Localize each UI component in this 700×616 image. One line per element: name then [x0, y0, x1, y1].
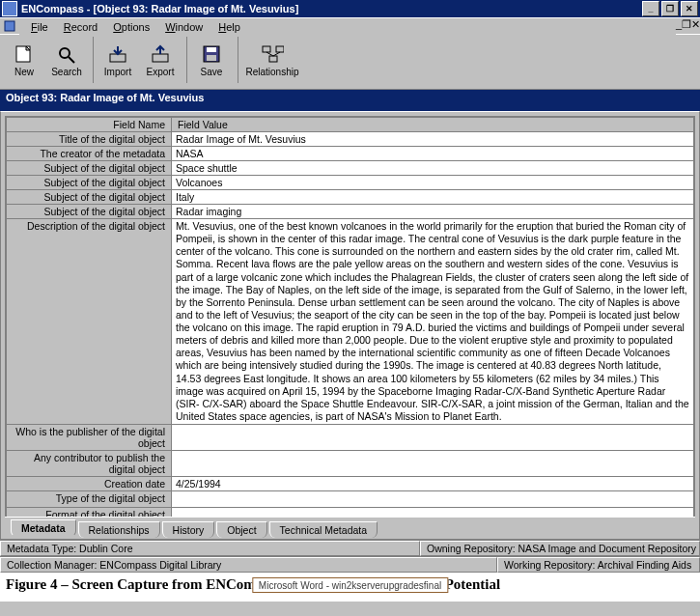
table-row[interactable]: Any contributor to publish the digital o… — [7, 451, 694, 477]
table-row[interactable]: Title of the digital objectRadar Image o… — [7, 132, 694, 147]
object-header-text: Object 93: Radar Image of Mt. Vesuvius — [6, 92, 204, 103]
svg-rect-0 — [5, 21, 14, 31]
app-icon — [2, 1, 17, 16]
status-collection-manager: Collection Manager: ENCompass Digital Li… — [0, 557, 497, 573]
content-area: Field Name Field Value Title of the digi… — [0, 111, 700, 540]
field-value[interactable]: Space shuttle — [172, 161, 694, 176]
window-title-bar: ENCompass - [Object 93: Radar Image of M… — [0, 0, 700, 17]
search-button[interactable]: Search — [46, 37, 87, 83]
svg-rect-8 — [207, 55, 216, 61]
field-label: Subject of the digital object — [7, 205, 172, 219]
field-label: Creation date — [7, 477, 172, 491]
tabs-row: Metadata Relationships History Object Te… — [5, 517, 695, 537]
field-value[interactable]: Volcanoes — [172, 176, 694, 190]
field-table-scroll[interactable]: Field Name Field Value Title of the digi… — [5, 116, 695, 519]
svg-rect-7 — [207, 47, 216, 52]
import-label: Import — [104, 67, 131, 77]
maximize-button[interactable]: ❐ — [661, 1, 679, 16]
menu-help[interactable]: Help — [210, 20, 248, 34]
menu-options[interactable]: Options — [105, 20, 157, 34]
search-icon — [55, 43, 78, 65]
field-value[interactable] — [172, 491, 694, 508]
table-row[interactable]: Creation date4/25/1994 — [7, 477, 694, 491]
tab-metadata[interactable]: Metadata — [11, 519, 76, 537]
status-owning-repo: Owning Repository: NASA Image and Docume… — [420, 541, 700, 556]
menu-window[interactable]: Window — [157, 20, 210, 34]
tab-object[interactable]: Object — [216, 521, 266, 538]
svg-rect-10 — [276, 46, 284, 52]
field-value[interactable]: 4/25/1994 — [172, 477, 694, 491]
field-label: Title of the digital object — [7, 132, 172, 147]
relationship-button[interactable]: Relationship — [242, 37, 302, 83]
menu-bar: File Record Options Window Help — [19, 18, 676, 36]
table-row[interactable]: Subject of the digital objectRadar imagi… — [7, 205, 694, 219]
field-label: Who is the publisher of the digital obje… — [7, 425, 172, 451]
menu-file[interactable]: File — [23, 20, 56, 34]
table-row[interactable]: The creator of the metadataNASA — [7, 147, 694, 161]
import-icon — [106, 43, 129, 65]
field-value[interactable]: Mt. Vesuvius, one of the best known volc… — [172, 219, 694, 425]
mdi-close-button[interactable]: ✕ — [691, 18, 700, 34]
export-button[interactable]: Export — [140, 37, 181, 83]
field-value[interactable] — [172, 451, 694, 477]
save-button[interactable]: Save — [191, 37, 232, 83]
minimize-button[interactable]: _ — [642, 1, 659, 16]
relationship-label: Relationship — [245, 67, 298, 77]
field-label: Subject of the digital object — [7, 190, 172, 205]
window-title: ENCompass - [Object 93: Radar Image of M… — [21, 3, 298, 14]
object-header: Object 93: Radar Image of Mt. Vesuvius — [0, 90, 700, 111]
table-row[interactable]: Who is the publisher of the digital obje… — [7, 425, 694, 451]
header-field-name: Field Name — [7, 118, 172, 132]
field-label: Subject of the digital object — [7, 176, 172, 190]
svg-rect-11 — [269, 56, 277, 62]
table-header-row: Field Name Field Value — [7, 118, 694, 132]
menu-row: File Record Options Window Help _ ❐ ✕ — [0, 17, 700, 34]
new-icon — [13, 43, 36, 65]
table-row[interactable]: Subject of the digital objectSpace shutt… — [7, 161, 694, 176]
tab-relationships[interactable]: Relationships — [78, 521, 160, 538]
status-working-repo: Working Repository: Archival Finding Aid… — [497, 557, 700, 573]
field-value[interactable]: Italy — [172, 190, 694, 205]
svg-line-12 — [266, 52, 273, 56]
svg-line-3 — [69, 57, 74, 63]
svg-line-13 — [273, 52, 280, 56]
field-label: The creator of the metadata — [7, 147, 172, 161]
field-table: Field Name Field Value Title of the digi… — [6, 117, 694, 519]
export-icon — [149, 43, 172, 65]
close-button[interactable]: ✕ — [681, 1, 698, 16]
status-metadata-type: Metadata Type: Dublin Core — [0, 541, 420, 556]
field-label: Description of the digital object — [7, 219, 172, 425]
table-row[interactable]: Subject of the digital objectItaly — [7, 190, 694, 205]
field-label: Type of the digital object — [7, 491, 172, 508]
status-row-1: Metadata Type: Dublin Core Owning Reposi… — [0, 540, 700, 556]
save-icon — [200, 43, 223, 65]
svg-point-2 — [60, 48, 70, 58]
toolbar: New Search Import Export Save — [0, 34, 700, 90]
table-row[interactable]: Type of the digital object — [7, 491, 694, 508]
save-label: Save — [201, 67, 223, 77]
export-label: Export — [147, 67, 175, 77]
field-label: Any contributor to publish the digital o… — [7, 451, 172, 477]
relationship-icon — [261, 43, 284, 65]
mdi-restore-button[interactable]: ❐ — [682, 18, 691, 34]
tab-history[interactable]: History — [162, 521, 215, 538]
status-row-2: Collection Manager: ENCompass Digital Li… — [0, 556, 700, 573]
search-label: Search — [51, 67, 82, 77]
new-label: New — [14, 67, 34, 77]
taskbar-hint: Microsoft Word - win2kserverupgradesfina… — [252, 577, 448, 593]
header-field-value: Field Value — [172, 118, 694, 132]
field-value[interactable] — [172, 425, 694, 451]
field-label: Subject of the digital object — [7, 161, 172, 176]
mdi-icon[interactable] — [2, 19, 17, 33]
menu-record[interactable]: Record — [56, 20, 105, 34]
field-value[interactable]: NASA — [172, 147, 694, 161]
field-value[interactable]: Radar Image of Mt. Vesuvius — [172, 132, 694, 147]
table-row[interactable]: Subject of the digital objectVolcanoes — [7, 176, 694, 190]
svg-rect-9 — [263, 46, 270, 52]
import-button[interactable]: Import — [98, 37, 138, 83]
new-button[interactable]: New — [4, 37, 44, 83]
svg-rect-5 — [153, 54, 168, 62]
tab-technical-metadata[interactable]: Technical Metadata — [269, 521, 378, 538]
field-value[interactable]: Radar imaging — [172, 205, 694, 219]
table-row[interactable]: Description of the digital objectMt. Ves… — [7, 219, 694, 425]
